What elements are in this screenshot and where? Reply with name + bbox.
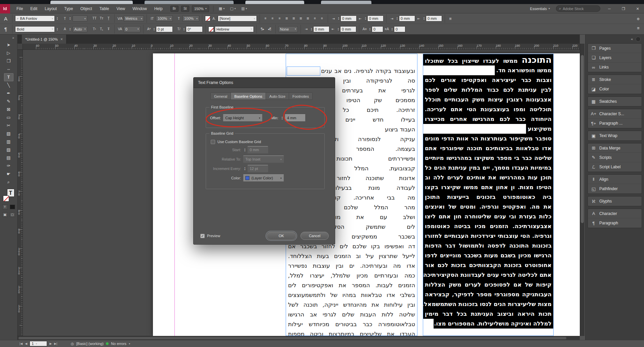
selection-tool[interactable]: ➤ [4,41,13,49]
grid-color-select[interactable]: (Layer Color) ▾ [243,174,284,182]
left-indent-field-stepper[interactable]: ▴▾ [337,17,340,20]
page-number-select[interactable]: 1 ▾ [30,341,47,346]
panel-menu-icon[interactable]: ≣ [635,25,641,31]
adobe-stock-search[interactable]: ⌕ [556,5,600,12]
underline-button[interactable]: Ṯ [106,15,112,21]
first-page-button[interactable]: |◀ [19,342,23,345]
preflight-profile[interactable]: [Basic] (working) [76,342,104,346]
menu-type[interactable]: Type [61,4,77,13]
rectangle-tool[interactable]: ▭ [4,114,13,122]
right-indent-field[interactable]: 0 mm [367,15,384,21]
panel-button-script-label[interactable]: ℒScript Label [588,162,642,172]
offset-select[interactable]: Cap Height ▾ [223,114,263,122]
panel-button-color[interactable]: ◪Color [588,84,642,94]
scissors-tool[interactable]: ✂ [4,122,13,130]
leading-select[interactable]: Auto▾ [73,26,87,32]
collapse-panels-icon[interactable]: « [631,37,633,41]
panel-button-character-styles[interactable]: A+Character S... [588,109,642,119]
justify-last-center-button[interactable]: ≣ [291,15,297,21]
vertical-scale-select[interactable]: 100%▾ [156,15,173,21]
horizontal-scale-select[interactable]: 100%▾ [183,15,199,21]
menu-help[interactable]: Help [151,4,166,13]
stock-button[interactable]: St [181,6,189,12]
character-style-select[interactable]: [None]▾ [218,15,257,21]
horizontal-scrollbar[interactable] [17,336,580,340]
align-left-button[interactable]: ≡ [277,15,283,21]
minimize-button[interactable]: ─ [604,4,614,13]
formatting-affects-text-button[interactable]: T [2,205,8,209]
rtl-paragraph-direction-button[interactable]: ◂¶ [267,26,273,32]
panel-button-glyphs[interactable]: ℵGlyphs [588,197,642,206]
close-icon[interactable]: × [61,37,63,42]
space-after-field[interactable]: 0 mm [340,26,356,32]
baseline-shift-field[interactable]: 0 pt [156,26,173,32]
drop-cap-chars-field[interactable]: 0 [394,26,405,32]
zoom-tool[interactable]: ⌕ [4,178,13,186]
baseline-shift-field-stepper[interactable]: ▴▾ [153,28,156,31]
use-custom-baseline-grid-checkbox[interactable] [211,140,215,144]
drop-cap-chars-field-stepper[interactable]: ▴▾ [391,28,394,31]
drop-cap-lines-field-stepper[interactable]: ▴▾ [368,28,371,31]
all-caps-button[interactable]: TT [91,15,97,21]
kerning-select[interactable]: Metrics▾ [124,15,144,21]
superscript-button[interactable]: T¹ [91,26,97,32]
scrollbar-thumb[interactable] [18,337,566,339]
view-options-button[interactable]: ▦ ▾ [217,6,226,11]
language-select[interactable]: Hebrew▾ [215,26,254,32]
apply-color-button[interactable] [10,205,15,209]
align-right-button[interactable]: ≡ [263,15,269,21]
cancel-button[interactable]: Cancel [300,232,329,240]
dialog-title[interactable]: Text Frame Options [194,78,335,88]
zoom-level-select[interactable]: 150% ▾ [192,5,209,12]
screen-mode-button[interactable]: ▢ ▾ [229,6,237,11]
leading-stepper[interactable]: ▴▾ [69,28,72,31]
preview-view-button[interactable]: ▢ [10,212,15,217]
font-size-select[interactable]: ▾ [73,15,87,21]
gap-tool[interactable]: ⇔ [4,65,13,73]
pencil-tool[interactable]: ✎ [4,97,13,105]
panel-button-pathfinder[interactable]: ◱Pathfinder [588,184,642,193]
space-before-field[interactable]: 0 mm [313,26,329,32]
font-family-stepper[interactable]: ▴▾ [56,17,59,20]
underline-color-swatch[interactable] [208,27,214,32]
space-before-field-stepper[interactable]: ▴▾ [310,28,313,31]
last-page-button[interactable]: ▶| [54,342,57,345]
align-towards-spine-button[interactable]: ≡ [312,15,318,21]
font-style-select[interactable]: Bold▾ [15,26,55,32]
first-line-indent-field[interactable]: 0 mm [399,15,415,21]
close-button[interactable]: ✕ [633,4,643,13]
scrollbar-thumb[interactable] [581,55,584,223]
dialog-tab-footnotes[interactable]: Footnotes [289,92,313,100]
font-style-stepper[interactable]: ▴▾ [56,28,59,31]
character-color-swatch[interactable] [205,16,210,21]
expand-panel-icon[interactable]: » [0,35,17,40]
line-tool[interactable]: ╲ [4,81,13,89]
eyedropper-tool[interactable]: ✑ [4,162,13,170]
skew-field[interactable]: 0° [186,26,203,32]
panel-button-paragraph-styles[interactable]: ¶+Paragraph ... [588,119,642,128]
vertical-scrollbar[interactable] [580,44,585,336]
pen-tool[interactable]: ✒ [4,89,13,97]
min-field[interactable]: 4 mm [285,114,306,122]
menu-layout[interactable]: Layout [41,4,61,13]
panel-button-text-wrap[interactable]: ▣Text Wrap [588,131,642,140]
gear-icon[interactable]: ⚙ [635,16,641,22]
numbering-style-select[interactable]: None▾ [278,26,298,32]
cc-sync-icon[interactable] [636,37,641,42]
note-tool[interactable]: ▤ [4,154,13,162]
gradient-swatch-tool[interactable]: ▥ [4,138,13,146]
space-after-field-stepper[interactable]: ▴▾ [337,28,340,31]
menu-window[interactable]: Window [129,4,151,13]
chevron-down-icon[interactable]: ▾ [129,342,130,345]
workspace-switcher[interactable]: Essentials ▾ [528,5,552,12]
menu-edit[interactable]: Edit [27,4,41,13]
type-tool[interactable]: T [4,73,13,81]
panel-button-stroke[interactable]: ≣Stroke [588,75,642,84]
panel-button-layers[interactable]: ❏Layers [588,53,642,62]
dialog-tab-baseline-options[interactable]: Baseline Options [231,92,266,100]
menu-table[interactable]: Table [96,4,113,13]
rectangle-frame-tool[interactable]: ⊠ [4,105,13,114]
free-transform-tool[interactable]: ▧ [4,130,13,138]
direct-selection-tool[interactable]: ▷ [4,49,13,57]
ltr-paragraph-direction-button[interactable]: ¶▸ [259,26,266,32]
